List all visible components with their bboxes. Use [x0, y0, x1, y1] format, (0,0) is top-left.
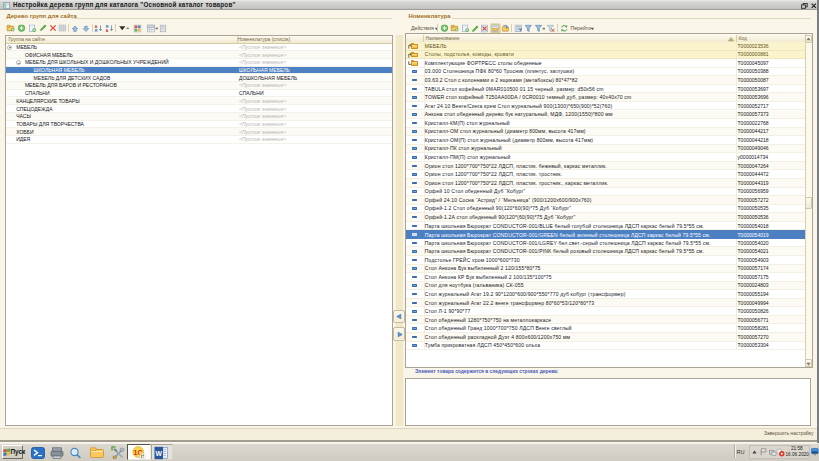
svg-text:W: W: [156, 449, 163, 456]
svg-text:Я: Я: [95, 28, 98, 32]
svg-text:А: А: [105, 28, 108, 32]
